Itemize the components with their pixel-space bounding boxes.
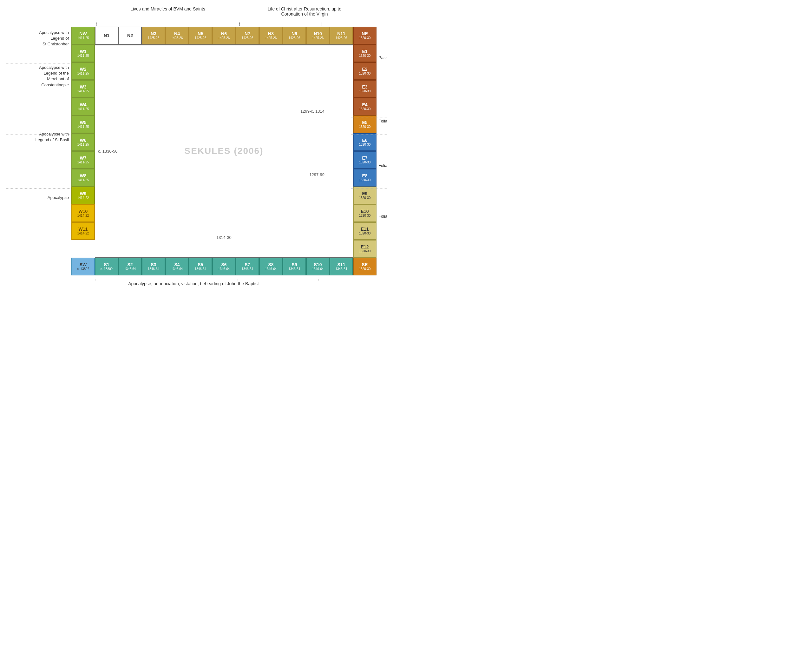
cell-S11: S11 1346-64 bbox=[330, 258, 353, 275]
cell-E7: E7 1320-30 bbox=[353, 151, 377, 169]
diagram-wrapper: Apocalypse withLegend ofSt Christopher A… bbox=[6, 27, 381, 275]
dotted-right-3 bbox=[351, 188, 387, 188]
dotted-top-mid bbox=[239, 20, 240, 26]
cell-N11: N11 1425-26 bbox=[330, 27, 353, 44]
dotted-left-3 bbox=[6, 188, 71, 189]
dotted-bottom-mid bbox=[238, 277, 238, 281]
dotted-top-right bbox=[322, 20, 322, 26]
cell-S1: S1 c. 1380? bbox=[95, 258, 118, 275]
cell-W2: W2 1411-25 bbox=[71, 62, 95, 80]
cell-SW: SW c. 1380? bbox=[71, 258, 95, 275]
cell-S5: S5 1346-64 bbox=[189, 258, 212, 275]
right-label-foliage-figures: Foliage + figures bbox=[379, 119, 387, 124]
south-row: SW c. 1380? S1 c. 1380? S2 1346-64 S3 13… bbox=[71, 258, 377, 275]
cell-W4: W4 1411-25 bbox=[71, 98, 95, 116]
right-label-passion: Passion bbox=[379, 55, 387, 60]
cell-S6: S6 1346-64 bbox=[212, 258, 236, 275]
cell-E8: E8 1320-30 bbox=[353, 169, 377, 186]
east-col: E1 1320-30 E2 1320-30 E3 1320-30 E4 1320… bbox=[353, 44, 377, 258]
cell-NW: NW 1411-25 bbox=[71, 27, 95, 44]
center-area: c. 1330-56 SEKULES (2006) 1299-c. 1314 1… bbox=[95, 44, 353, 258]
west-col: W1 1411-25 W2 1411-25 W3 1411-25 W4 141 bbox=[71, 44, 95, 258]
cell-S8: S8 1346-64 bbox=[259, 258, 282, 275]
cell-N10: N10 1425-26 bbox=[306, 27, 330, 44]
cell-W11: W11 1414-22 bbox=[71, 222, 95, 240]
cell-N4: N4 1425-26 bbox=[165, 27, 189, 44]
cell-N1: N1 bbox=[95, 27, 118, 44]
cell-S9: S9 1346-64 bbox=[282, 258, 306, 275]
cell-S10: S10 1346-64 bbox=[306, 258, 330, 275]
top-labels-area: Lives and Miracles of BVM and Saints Lif… bbox=[73, 6, 346, 25]
cell-NE: NE 1320-30 bbox=[353, 27, 377, 44]
diagram: NW 1411-25 N1 N2 N3 1425-26 N4 bbox=[71, 27, 377, 275]
left-label-2: Apocalypse withLegend of theMerchant ofC… bbox=[39, 65, 69, 88]
right-side-labels: Passion Foliage + figures Foliage Foliag… bbox=[377, 27, 387, 275]
center-date-bottom: 1314-30 bbox=[216, 235, 232, 240]
cell-E3: E3 1320-30 bbox=[353, 80, 377, 98]
cell-W8: W8 1411-25 bbox=[71, 169, 95, 186]
cell-E11: E11 1320-30 bbox=[353, 222, 377, 240]
dotted-bottom-right bbox=[319, 277, 319, 281]
dotted-left-2 bbox=[6, 134, 71, 135]
cell-N3: N3 1425-26 bbox=[142, 27, 165, 44]
cell-W5: W5 1411-25 bbox=[71, 116, 95, 133]
cell-E10: E10 1320-30 bbox=[353, 204, 377, 222]
cell-SE: SE 1320-30 bbox=[353, 258, 377, 275]
right-label-foliage: Foliage bbox=[379, 163, 387, 168]
cell-E1: E1 1320-30 bbox=[353, 44, 377, 62]
cell-W1: W1 1411-25 bbox=[71, 44, 95, 62]
cell-S3: S3 1346-64 bbox=[142, 258, 165, 275]
left-label-1: Apocalypse withLegend ofSt Christopher bbox=[39, 30, 69, 47]
bottom-label: Apocalypse, annunciation, vistation, beh… bbox=[6, 281, 381, 286]
cell-W3: W3 1411-25 bbox=[71, 80, 95, 98]
top-label-left: Lives and Miracles of BVM and Saints bbox=[96, 6, 239, 11]
center-date-left: c. 1330-56 bbox=[98, 149, 118, 154]
cell-N6: N6 1425-26 bbox=[212, 27, 236, 44]
cell-N7: N7 1425-26 bbox=[236, 27, 259, 44]
dotted-top-left bbox=[96, 20, 97, 26]
cell-E5: E5 1320-30 bbox=[353, 116, 377, 133]
cell-W10: W10 1414-22 bbox=[71, 204, 95, 222]
left-label-3: Apocalypse withLegend of St Basil bbox=[35, 131, 69, 143]
cell-N8: N8 1425-26 bbox=[259, 27, 282, 44]
cell-E2: E2 1320-30 bbox=[353, 62, 377, 80]
left-side-labels: Apocalypse withLegend ofSt Christopher A… bbox=[6, 27, 71, 275]
center-date-right2: 1297-99 bbox=[309, 172, 325, 177]
bottom-dotted-area bbox=[71, 275, 343, 280]
center-date-right1: 1299-c. 1314 bbox=[301, 109, 325, 114]
cell-N5: N5 1425-26 bbox=[189, 27, 212, 44]
dotted-right-2 bbox=[351, 134, 387, 135]
cell-E9: E9 1320-30 bbox=[353, 186, 377, 204]
cell-W7: W7 1411-25 bbox=[71, 151, 95, 169]
cell-S4: S4 1346-64 bbox=[165, 258, 189, 275]
center-big-text: SEKULES (2006) bbox=[185, 146, 264, 156]
cell-S2: S2 1346-64 bbox=[118, 258, 142, 275]
outer-container: Lives and Miracles of BVM and Saints Lif… bbox=[6, 6, 381, 286]
left-label-4: Apocalypse bbox=[47, 195, 69, 200]
cell-S7: S7 1346-64 bbox=[236, 258, 259, 275]
cell-E4: E4 1320-30 bbox=[353, 98, 377, 116]
dotted-bottom-left bbox=[95, 277, 95, 281]
cell-N9: N9 1425-26 bbox=[282, 27, 306, 44]
cell-W9: W9 1414-22 bbox=[71, 186, 95, 204]
dotted-right-1 bbox=[351, 117, 387, 118]
cell-E6: E6 1320-30 bbox=[353, 133, 377, 151]
dotted-left-1 bbox=[6, 63, 71, 63]
cell-W6: W6 1411-25 bbox=[71, 133, 95, 151]
middle-section: W1 1411-25 W2 1411-25 W3 1411-25 W4 141 bbox=[71, 44, 377, 258]
cell-E12: E12 1320-30 bbox=[353, 240, 377, 258]
cell-N2: N2 bbox=[118, 27, 142, 44]
top-label-right: Life of Christ after Resurrection, up to… bbox=[263, 6, 346, 17]
right-label-foliage-and-figures: Foliage and figures bbox=[379, 214, 387, 218]
north-row: NW 1411-25 N1 N2 N3 1425-26 N4 bbox=[71, 27, 377, 44]
